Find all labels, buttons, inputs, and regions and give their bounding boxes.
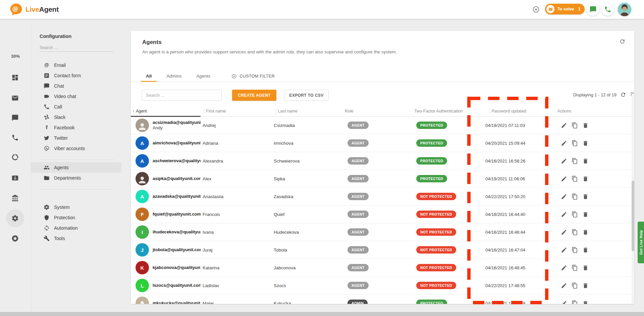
config-item-protection[interactable]: Protection [31,212,121,223]
table-row[interactable]: Kkjabconova@qualityuniKatarinaJabconovaA… [131,259,632,277]
column-header-two-factor-authentication[interactable]: Two-Factor Authentication [411,106,485,116]
config-item-system[interactable]: System [31,202,121,212]
copy-icon [572,247,578,253]
tab-all[interactable]: All [141,71,157,82]
delete-agent-button[interactable] [582,193,589,200]
custom-filter-button[interactable]: CUSTOM FILTER [231,71,275,82]
table-row[interactable]: Iihudecekova@qualityurIvanaHudecekovaAGE… [131,223,632,241]
edit-agent-button[interactable] [561,300,567,304]
rail-item-gear[interactable] [6,209,24,227]
export-csv-button[interactable]: EXPORT TO CSV [284,90,329,101]
config-item-facebook[interactable]: fFacebook [31,122,121,133]
rail-item-data-usage[interactable] [8,150,22,164]
column-header-first-name[interactable]: ↑↓First name [201,106,272,116]
rail-item-dashboard[interactable] [8,71,22,85]
user-avatar[interactable] [618,3,631,16]
edit-agent-button[interactable] [561,193,567,200]
duplicate-agent-button[interactable] [572,140,578,146]
duplicate-agent-button[interactable] [572,247,578,253]
role-badge: AGENT [347,282,369,289]
table-row[interactable]: Llszocs@qualityunit.conLadislavSzocsAGEN… [131,277,632,295]
table-row[interactable]: mkukucka@qualityunit.MatejKukuckaADMINPR… [131,295,632,304]
delete-agent-button[interactable] [582,247,589,253]
config-item-video-chat[interactable]: Video chat [31,91,121,101]
edit-agent-button[interactable] [561,265,567,271]
edit-agent-button[interactable] [561,282,567,289]
config-item-slack[interactable]: Slack [31,112,121,122]
rail-item-mail[interactable] [8,91,22,105]
duplicate-agent-button[interactable] [572,122,578,129]
column-header-password-updated[interactable]: ↑↓Password updated [485,106,557,116]
config-item-chat[interactable]: Chat [31,81,121,91]
table-row[interactable]: asipka@qualityunit.conAlexSipkaAGENTPROT… [131,170,632,188]
rail-item-contact-card[interactable] [8,171,22,185]
config-item-call[interactable]: Call [31,101,121,112]
duplicate-agent-button[interactable] [572,193,578,200]
vertical-scrollbar-thumb[interactable] [632,181,634,251]
duplicate-agent-button[interactable] [572,282,578,289]
duplicate-agent-button[interactable] [572,211,578,218]
column-header-last-name[interactable]: ↑↓Last name [272,106,342,116]
logo-wordmark: LiveAgent [25,5,59,13]
edit-agent-button[interactable] [561,247,567,253]
liveagent-logo[interactable]: @ LiveAgent [9,3,59,16]
delete-agent-button[interactable] [582,282,589,289]
create-agent-button[interactable]: CREATE AGENT [232,90,276,101]
edit-agent-button[interactable] [561,229,567,235]
column-header-role[interactable]: Role [342,106,411,116]
duplicate-agent-button[interactable] [572,229,578,235]
rail-item-phone[interactable] [8,131,22,145]
rail-item-bank[interactable] [8,191,22,205]
get-live-help-label: Get Live Help [639,230,643,255]
calls-button[interactable] [601,3,614,16]
config-item-tools[interactable]: Tools [31,233,121,243]
table-row[interactable]: Aaimrichova@qualityunitAdrianaImrichovaA… [131,134,632,152]
config-item-viber-accounts[interactable]: Viber accounts [31,143,121,153]
edit-agent-button[interactable] [561,122,567,129]
delete-agent-button[interactable] [582,176,589,182]
copy-icon [572,300,578,304]
refresh-list-button[interactable] [620,92,627,98]
chats-button[interactable] [587,3,599,16]
table-row[interactable]: acsizmadia@qualityuniAndyAndrejCsizmadia… [131,117,632,134]
bottom-scrollbar[interactable] [0,312,644,316]
config-item-contact-form[interactable]: Contact form [31,70,121,81]
table-search-input[interactable] [142,90,222,101]
config-item-departments[interactable]: Departments [31,173,121,183]
edit-agent-button[interactable] [561,140,567,146]
delete-agent-button[interactable] [582,122,589,129]
refresh-page-button[interactable] [619,38,626,45]
duplicate-agent-button[interactable] [572,158,578,164]
edit-agent-button[interactable] [561,158,567,164]
table-row[interactable]: Aazavadska@qualityunitAnastasiiaZavadska… [131,188,632,206]
duplicate-agent-button[interactable] [572,265,578,271]
config-item-agents[interactable]: Agents [31,162,121,173]
delete-agent-button[interactable] [582,158,589,164]
role-cell: AGENT [342,117,411,134]
config-item-automation[interactable]: Automation [31,223,121,233]
column-header-agent[interactable]: ↑Agent [131,106,201,116]
table-row[interactable]: Aaschweierova@qualityuAlexandraSchweiero… [131,152,632,170]
delete-agent-button[interactable] [582,300,589,304]
tab-agents[interactable]: Agents [191,71,215,82]
delete-agent-button[interactable] [582,229,589,235]
tab-admins[interactable]: Admins [161,71,186,82]
to-solve-button[interactable]: To solve 1 [545,4,585,14]
duplicate-agent-button[interactable] [572,176,578,182]
duplicate-agent-button[interactable] [572,300,578,304]
get-live-help-tab[interactable]: Get Live Help [638,222,644,263]
config-item-twitter[interactable]: Twitter [31,133,121,143]
delete-agent-button[interactable] [582,140,589,146]
edit-agent-button[interactable] [561,211,567,218]
rail-item-chat[interactable] [8,111,22,125]
delete-agent-button[interactable] [582,265,589,271]
configuration-search-input[interactable] [40,44,113,52]
edit-agent-button[interactable] [561,176,567,182]
table-row[interactable]: Jjtobola@qualityunit.corJurajTobolaAGENT… [131,241,632,259]
table-row[interactable]: Ffquief@qualityunit.comFrancoisQuiefAGEN… [131,206,632,223]
config-item-email[interactable]: @Email [31,60,121,70]
delete-agent-button[interactable] [582,211,589,218]
rail-item-stars[interactable] [8,231,22,245]
add-new-button[interactable] [530,3,542,16]
column-header-actions[interactable]: Actions [557,106,632,116]
